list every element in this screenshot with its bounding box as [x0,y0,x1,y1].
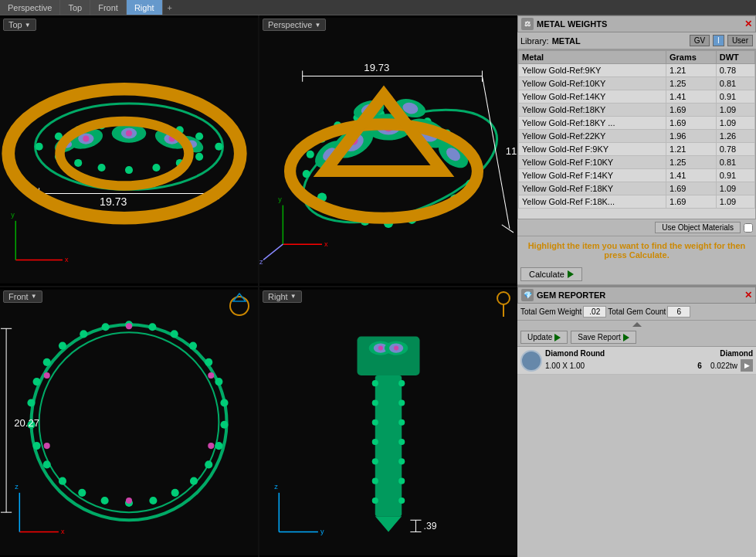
table-row[interactable]: Yellow Gold-Ref:14KY1.410.91 [519,90,755,104]
metal-name: Yellow Gold-Ref F:14KY [519,169,666,182]
metal-name: Yellow Gold-Ref:9KY [519,64,666,77]
metal-table-container[interactable]: Metal Grams DWT Yellow Gold-Ref:9KY1.210… [517,49,756,219]
total-gem-count-value: 6 [667,306,690,318]
viewport-right-label[interactable]: Right ▼ [263,290,302,303]
col-dwt: DWT [716,51,754,64]
viewport-front-content: x z [0,287,258,558]
tab-add[interactable]: + [163,2,177,14]
viewport-top[interactable]: Top ▼ x y [0,15,258,286]
metal-weights-close[interactable]: ✕ [744,19,752,29]
table-row[interactable]: Yellow Gold-Ref F:10KY1.250.81 [519,156,755,169]
svg-point-130 [208,443,214,449]
svg-point-127 [80,330,87,338]
svg-point-155 [398,380,405,386]
col-grams: Grams [666,51,717,64]
table-row[interactable]: Yellow Gold-Ref:18KY ...1.691.09 [519,117,755,130]
svg-point-161 [398,439,405,445]
calculate-row: Calculate [517,264,756,285]
metal-grams: 1.69 [666,117,717,130]
metal-name: Yellow Gold-Ref:14KY [519,90,666,104]
metal-grams: 1.25 [666,156,717,169]
metal-grams: 1.21 [666,143,717,156]
col-metal: Metal [519,51,666,64]
svg-text:.39: .39 [424,521,437,532]
svg-point-125 [43,358,51,365]
main-content: Top ▼ x y [0,15,756,557]
svg-point-1 [60,121,189,186]
svg-point-167 [398,497,405,503]
viewport-front-icon [225,290,253,317]
calculate-button[interactable]: Calculate [520,267,582,281]
viewport-right-content: y z [259,287,517,558]
metal-dwt: 0.91 [716,169,754,182]
svg-point-152 [394,345,398,350]
tab-bar: Perspective Top Front Right + [0,0,756,15]
metal-name: Yellow Gold-Ref:18KY ... [519,117,666,130]
metal-grams: 1.21 [666,64,717,77]
svg-point-107 [205,358,212,365]
svg-point-111 [215,442,222,450]
metal-weights-title: METAL WEIGHTS [537,19,607,29]
table-row[interactable]: Yellow Gold-Ref F:9KY1.210.78 [519,143,755,156]
use-object-checkbox[interactable] [744,223,753,233]
scroll-indicator[interactable] [517,321,756,328]
metal-dwt: 0.81 [716,77,754,90]
table-row[interactable]: Yellow Gold-Ref:9KY1.210.78 [519,64,755,77]
svg-point-131 [44,372,50,378]
svg-point-126 [59,341,66,349]
svg-point-163 [398,458,405,464]
svg-point-110 [220,420,228,428]
gem-expand-button[interactable]: ▶ [741,359,753,372]
save-report-button[interactable]: Save Report [571,331,636,344]
metal-name: Yellow Gold-Ref:18KY [519,104,666,117]
svg-rect-146 [358,336,420,375]
viewport-front[interactable]: Front ▼ x z [0,287,258,558]
viewport-top-icon [0,19,253,286]
user-button[interactable]: User [727,35,753,46]
svg-point-166 [372,497,378,503]
table-row[interactable]: Yellow Gold-Ref F:18K...1.691.09 [519,195,755,209]
tab-perspective[interactable]: Perspective [0,0,60,15]
tab-top[interactable]: Top [60,0,90,15]
metal-name: Yellow Gold-Ref:10KY [519,77,666,90]
table-row[interactable]: Yellow Gold-Ref:22KY1.961.26 [519,130,755,143]
use-object-button[interactable]: Use Object Materials [655,222,741,233]
metal-dwt: 0.78 [716,143,754,156]
viewport-perspective-icon [259,19,513,286]
gem-stats-row: Total Gem Weight .02 Total Gem Count 6 [517,304,756,321]
svg-point-162 [372,458,378,464]
update-button[interactable]: Update [520,331,568,344]
svg-point-119 [59,477,66,484]
metal-name: Yellow Gold-Ref F:9KY [519,143,666,156]
metal-name: Yellow Gold-Ref F:10KY [519,156,666,169]
viewport-perspective[interactable]: Perspective ▼ x y z [259,15,517,286]
tab-right[interactable]: Right [127,0,163,15]
metal-dwt: 1.09 [716,195,754,209]
tab-front[interactable]: Front [90,0,127,15]
svg-text:20.27: 20.27 [14,416,39,428]
svg-point-104 [148,323,156,331]
table-row[interactable]: Yellow Gold-Ref F:18KY1.691.09 [519,182,755,195]
svg-text:z: z [15,482,19,490]
svg-point-112 [205,460,212,468]
metal-grams: 1.41 [666,90,717,104]
total-gem-weight-value: .02 [583,306,606,318]
gv-button[interactable]: GV [690,35,710,46]
viewport-front-label[interactable]: Front ▼ [3,290,42,303]
svg-point-94 [230,297,249,315]
viewport-right[interactable]: Right ▼ y z [259,287,517,558]
gem-reporter-panel: 💎 GEM REPORTER ✕ Total Gem Weight .02 To… [517,285,756,375]
metal-dwt: 1.26 [716,130,754,143]
gem-list-item[interactable]: Diamond Round Diamond 1.00 X 1.00 6 0.02… [517,347,756,375]
table-row[interactable]: Yellow Gold-Ref:10KY1.250.81 [519,77,755,90]
table-row[interactable]: Yellow Gold-Ref F:14KY1.410.91 [519,169,755,182]
i-button[interactable]: I [713,35,724,46]
gem-count: 6 [692,362,707,370]
metal-dwt: 1.09 [716,104,754,117]
svg-point-134 [126,497,132,503]
svg-point-139 [497,292,510,304]
gem-reporter-close[interactable]: ✕ [744,290,752,301]
table-row[interactable]: Yellow Gold-Ref:18KY1.691.09 [519,104,755,117]
update-play-icon [554,334,561,341]
svg-point-115 [149,496,157,504]
